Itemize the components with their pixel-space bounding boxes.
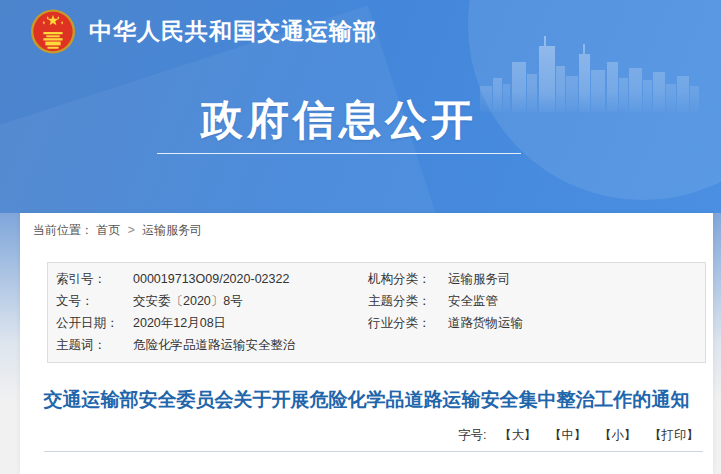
font-size-medium-button[interactable]: 【中】: [549, 428, 587, 442]
meta-label-agency-category: 机构分类：: [368, 268, 448, 290]
national-emblem-icon: [30, 8, 76, 55]
header-banner: 中华人民共和国交通运输部 政府信息公开: [0, 0, 721, 213]
meta-label-industry-category: 行业分类：: [368, 312, 448, 334]
document-title: 交通运输部安全委员会关于开展危险化学品道路运输安全集中整治工作的通知: [39, 386, 694, 414]
meta-row-doc-number: 文号： 交安委〔2020〕8号 主题分类： 安全监管: [48, 290, 705, 312]
document-meta-table: 索引号： 000019713O09/2020-02322 机构分类： 运输服务司…: [47, 262, 706, 363]
breadcrumb-separator: >: [128, 223, 135, 237]
site-name-link[interactable]: 中华人民共和国交通运输部: [89, 16, 377, 47]
breadcrumb-label: 当前位置：: [33, 223, 93, 237]
banner-title-underline: [157, 153, 521, 154]
meta-value-keywords: 危险化学品道路运输安全整治: [133, 334, 368, 356]
breadcrumb-current-link[interactable]: 运输服务司: [142, 223, 202, 237]
content-panel: 当前位置： 首页 > 运输服务司 索引号： 000019713O09/2020-…: [20, 213, 713, 474]
font-size-toolbar: 字号: 【大】 【中】 【小】 【打印】: [20, 427, 713, 444]
meta-label-empty: [368, 334, 448, 356]
meta-label-publish-date: 公开日期：: [48, 312, 133, 334]
meta-label-doc-number: 文号：: [48, 290, 133, 312]
font-size-label: 字号:: [458, 428, 486, 442]
meta-label-index-number: 索引号：: [48, 268, 133, 290]
meta-row-keywords: 主题词： 危险化学品道路运输安全整治: [48, 334, 705, 356]
print-button[interactable]: 【打印】: [649, 428, 699, 442]
site-header: 中华人民共和国交通运输部: [30, 8, 377, 55]
meta-value-empty: [448, 334, 705, 356]
font-size-small-button[interactable]: 【小】: [599, 428, 637, 442]
meta-label-keywords: 主题词：: [48, 334, 133, 356]
meta-value-agency-category: 运输服务司: [448, 268, 705, 290]
meta-value-index-number: 000019713O09/2020-02322: [133, 268, 368, 290]
banner-title: 政府信息公开: [0, 92, 678, 148]
breadcrumb: 当前位置： 首页 > 运输服务司: [20, 213, 713, 239]
font-size-large-button[interactable]: 【大】: [499, 428, 537, 442]
meta-label-topic-category: 主题分类：: [368, 290, 448, 312]
meta-value-topic-category: 安全监管: [448, 290, 705, 312]
breadcrumb-home-link[interactable]: 首页: [96, 223, 120, 237]
content-background: 当前位置： 首页 > 运输服务司 索引号： 000019713O09/2020-…: [0, 213, 721, 474]
meta-value-doc-number: 交安委〔2020〕8号: [133, 290, 368, 312]
meta-row-index: 索引号： 000019713O09/2020-02322 机构分类： 运输服务司: [48, 268, 705, 290]
meta-value-publish-date: 2020年12月08日: [133, 312, 368, 334]
footer-divider: [44, 451, 703, 455]
meta-row-publish-date: 公开日期： 2020年12月08日 行业分类： 道路货物运输: [48, 312, 705, 334]
meta-value-industry-category: 道路货物运输: [448, 312, 705, 334]
